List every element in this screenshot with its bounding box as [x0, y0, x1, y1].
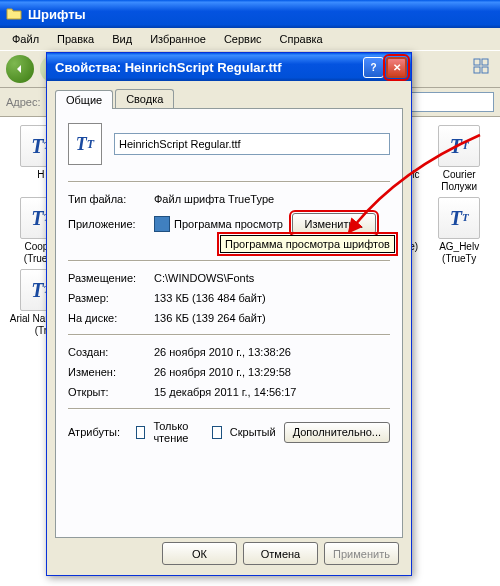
attr-label: Атрибуты:: [68, 426, 128, 438]
modified-value: 26 ноября 2010 г., 13:29:58: [154, 366, 390, 378]
filetype-value: Файл шрифта TrueType: [154, 193, 390, 205]
svg-rect-0: [474, 59, 480, 65]
size-value: 133 КБ (136 484 байт): [154, 292, 390, 304]
close-button[interactable]: ✕: [386, 57, 407, 78]
app-icon: [154, 216, 170, 232]
main-titlebar[interactable]: Шрифты: [0, 0, 500, 28]
tabs: Общие Сводка: [55, 89, 403, 108]
menu-view[interactable]: Вид: [104, 31, 140, 47]
readonly-checkbox[interactable]: [136, 426, 146, 439]
created-value: 26 ноября 2010 г., 13:38:26: [154, 346, 390, 358]
cancel-button[interactable]: Отмена: [243, 542, 318, 565]
dialog-buttons: ОК Отмена Применить: [162, 542, 399, 565]
font-item[interactable]: TTAG_Helv (TrueTy: [426, 197, 492, 265]
opened-label: Открыт:: [68, 386, 154, 398]
app-tooltip: Программа просмотра шрифтов: [220, 235, 395, 253]
menu-file[interactable]: Файл: [4, 31, 47, 47]
tab-summary[interactable]: Сводка: [115, 89, 174, 108]
menubar: Файл Правка Вид Избранное Сервис Справка: [0, 28, 500, 51]
dialog-titlebar[interactable]: Свойства: HeinrichScript Regular.ttf ? ✕: [47, 53, 411, 81]
menu-edit[interactable]: Правка: [49, 31, 102, 47]
readonly-label: Только чтение: [153, 420, 204, 444]
views-icon[interactable]: [472, 57, 494, 81]
location-value: C:\WINDOWS\Fonts: [154, 272, 390, 284]
font-item[interactable]: TTCourier Полужи: [426, 125, 492, 193]
change-button[interactable]: Изменить...: [292, 213, 376, 234]
menu-tools[interactable]: Сервис: [216, 31, 270, 47]
properties-dialog: Свойства: HeinrichScript Regular.ttf ? ✕…: [46, 52, 412, 576]
location-label: Размещение:: [68, 272, 154, 284]
disk-value: 136 КБ (139 264 байт): [154, 312, 390, 324]
font-label: Courier Полужи: [426, 169, 492, 193]
svg-rect-1: [482, 59, 488, 65]
created-label: Создан:: [68, 346, 154, 358]
font-label: AG_Helv (TrueTy: [426, 241, 492, 265]
filename-input[interactable]: [114, 133, 390, 155]
app-value: Программа просмотр: [174, 218, 292, 230]
hidden-checkbox[interactable]: [212, 426, 222, 439]
hidden-label: Скрытый: [230, 426, 276, 438]
menu-help[interactable]: Справка: [272, 31, 331, 47]
nav-back-button[interactable]: [6, 55, 34, 83]
font-icon: TT: [438, 197, 480, 239]
app-label: Приложение:: [68, 218, 154, 230]
svg-rect-3: [482, 67, 488, 73]
modified-label: Изменен:: [68, 366, 154, 378]
file-type-icon: TT: [68, 123, 102, 165]
tab-panel-general: TT Тип файла: Файл шрифта TrueType Прило…: [55, 108, 403, 538]
help-button[interactable]: ?: [363, 57, 384, 78]
svg-rect-2: [474, 67, 480, 73]
address-label: Адрес:: [6, 96, 41, 108]
filetype-label: Тип файла:: [68, 193, 154, 205]
advanced-button[interactable]: Дополнительно...: [284, 422, 390, 443]
disk-label: На диске:: [68, 312, 154, 324]
size-label: Размер:: [68, 292, 154, 304]
dialog-title: Свойства: HeinrichScript Regular.ttf: [51, 60, 361, 75]
font-icon: TT: [438, 125, 480, 167]
tab-general[interactable]: Общие: [55, 90, 113, 109]
main-title: Шрифты: [28, 7, 86, 22]
ok-button[interactable]: ОК: [162, 542, 237, 565]
opened-value: 15 декабря 2011 г., 14:56:17: [154, 386, 390, 398]
folder-icon: [6, 6, 22, 22]
menu-favorites[interactable]: Избранное: [142, 31, 214, 47]
apply-button[interactable]: Применить: [324, 542, 399, 565]
